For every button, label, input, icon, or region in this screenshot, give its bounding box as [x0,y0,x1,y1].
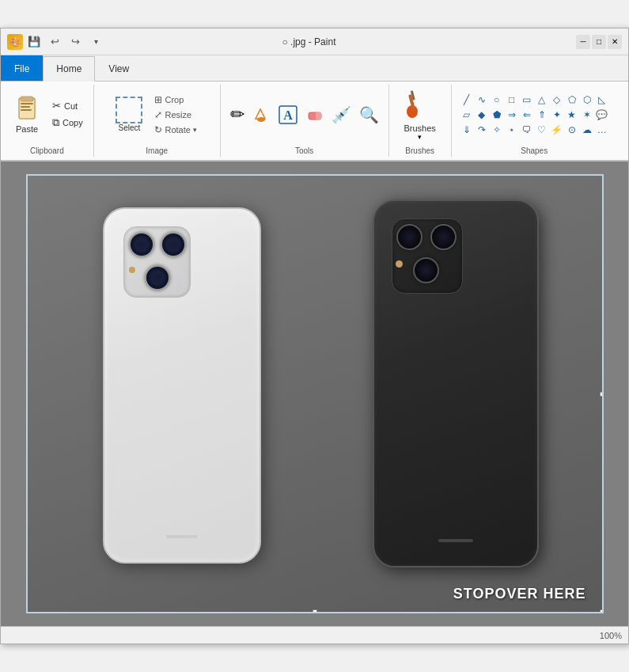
6star-shape[interactable]: ✶ [580,108,594,122]
lens-r2 [430,224,457,250]
lens-r3 [413,257,439,283]
paste-icon [13,95,41,123]
close-button[interactable]: ✕ [608,35,622,49]
color-picker-button[interactable]: 💉 [328,102,354,127]
resize-handle-corner[interactable] [600,609,604,613]
camera-module-left [123,226,191,298]
ribbon: File Home View [1,55,628,161]
resize-button[interactable]: ⤢ Resize [151,108,199,122]
speech-shape[interactable]: 🗨 [520,123,534,137]
fill-button[interactable] [249,103,273,127]
round-rect-shape[interactable]: ▭ [520,93,534,107]
brushes-group-label: Brushes [405,144,434,157]
curved-arrow-shape[interactable]: ↷ [475,123,489,137]
paste-button[interactable]: Paste [7,93,47,136]
cut-button[interactable]: ✂ Cut [48,98,87,113]
svg-rect-2 [21,103,33,104]
arrow-left-shape[interactable]: ⇐ [520,108,534,122]
oval-shape[interactable]: ○ [490,93,504,107]
image-content: Select ⊞ Crop ⤢ Resize ↻ [113,85,199,144]
rotate-button[interactable]: ↻ Rotate ▾ [151,123,199,137]
text-button[interactable]: A [275,101,301,128]
crop-button[interactable]: ⊞ Crop [151,93,199,107]
image-group: Select ⊞ Crop ⤢ Resize ↻ [94,85,221,157]
brushes-label: Brushes [404,123,436,133]
image-label: Image [146,144,168,157]
clipboard-group: Paste ✂ Cut ⧉ Copy Clipboard [1,85,94,157]
phone-right [373,199,539,568]
arrow-up-shape[interactable]: ⇑ [535,108,549,122]
parallelogram-shape[interactable]: ▱ [460,108,474,122]
shapes-group: ╱ ∿ ○ □ ▭ △ ◇ ⬠ ⬡ ◺ ▱ ◆ ⬟ ⇒ [452,85,617,157]
phone-left [103,207,261,564]
copy-button[interactable]: ⧉ Copy [48,115,87,131]
hexagon-shape[interactable]: ⬡ [580,93,594,107]
tab-home[interactable]: Home [43,56,95,82]
canvas-area: STOPOVER HERE [1,161,628,626]
status-zoom: 100% [600,631,622,640]
resize-label: Resize [165,110,191,120]
line-shape[interactable]: ╱ [460,93,474,107]
brushes-icon [403,88,438,123]
cut-copy-group: ✂ Cut ⧉ Copy [48,98,87,131]
shapes-label: Shapes [521,144,548,157]
heart-shape[interactable]: ♡ [535,123,549,137]
ribbon-content: Paste ✂ Cut ⧉ Copy Clipboard [1,81,628,160]
cut-label: Cut [64,101,78,111]
magnifier-button[interactable]: 🔍 [356,102,382,127]
lens-1 [129,232,154,257]
photo-content: STOPOVER HERE [28,176,602,612]
image-frame: STOPOVER HERE [26,174,604,613]
brushes-button[interactable]: Brushes ▾ [396,85,445,144]
4star-shape[interactable]: ✦ [550,108,564,122]
select-button[interactable]: Select [113,94,145,135]
crop-label: Crop [165,95,184,104]
rhombus-shape[interactable]: ◆ [475,108,489,122]
rect-shape[interactable]: □ [505,93,519,107]
heptagon-shape[interactable]: ⬟ [490,108,504,122]
callout-shape[interactable]: 💬 [595,108,609,122]
magnifier-icon: 🔍 [359,105,379,124]
eraser-button[interactable] [303,103,327,127]
right-triangle-shape[interactable]: ◺ [595,93,609,107]
diamond-shape[interactable]: ◇ [550,93,564,107]
tools-group: ✏ A [221,85,389,157]
tab-file[interactable]: File [1,55,43,81]
star3-shape[interactable]: ⋆ [505,123,519,137]
lens-2 [161,232,186,257]
cylinder-shape[interactable]: ⊙ [565,123,579,137]
5star-shape[interactable]: ★ [565,108,579,122]
watermark: STOPOVER HERE [453,586,586,602]
select-icon [116,97,142,123]
pencil-button[interactable]: ✏ [227,101,248,128]
minimize-button[interactable]: ─ [576,35,590,49]
svg-text:A: A [283,108,293,122]
star2-shape[interactable]: ✧ [490,123,504,137]
select-label: Select [119,123,141,132]
cloud-shape[interactable]: ☁ [580,123,594,137]
curve-shape[interactable]: ∿ [475,93,489,107]
paste-label: Paste [16,124,38,134]
resize-handle-right[interactable] [600,392,604,397]
triangle-shape[interactable]: △ [535,93,549,107]
tab-view[interactable]: View [95,55,142,81]
clipboard-label: Clipboard [30,144,64,157]
pentagon-shape[interactable]: ⬠ [565,93,579,107]
down-arrow-shape[interactable]: ⇓ [460,123,474,137]
eraser-icon [306,106,324,123]
svg-rect-3 [21,106,30,108]
camera-module-right [392,218,463,294]
svg-rect-4 [21,109,32,111]
paint-window: 🎨 💾 ↩ ↪ ▾ ○ .jpg - Paint ─ □ ✕ File Home… [0,28,629,644]
svg-rect-9 [316,112,321,120]
maximize-button[interactable]: □ [592,35,606,49]
shapes-grid: ╱ ∿ ○ □ ▭ △ ◇ ⬠ ⬡ ◺ ▱ ◆ ⬟ ⇒ [458,91,611,139]
resize-handle-bottom[interactable] [313,609,317,613]
lightning-shape[interactable]: ⚡ [550,123,564,137]
more-shapes[interactable]: … [595,123,609,137]
status-bar: 100% [1,626,628,644]
rotate-dropdown-icon: ▾ [193,126,197,134]
lens-3 [145,265,170,290]
save-button[interactable]: 💾 [25,32,44,51]
arrow-right-shape[interactable]: ⇒ [505,108,519,122]
